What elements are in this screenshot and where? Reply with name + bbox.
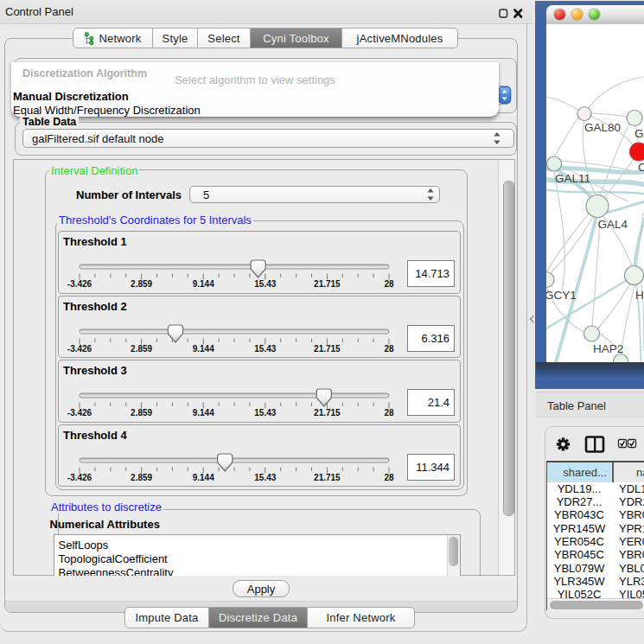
- svg-text:GA: GA: [634, 127, 644, 140]
- svg-text:GAL4: GAL4: [598, 218, 628, 231]
- svg-text:GAL80: GAL80: [584, 121, 621, 134]
- svg-text:HAP2: HAP2: [593, 342, 623, 355]
- svg-text:H: H: [635, 289, 644, 302]
- svg-text:GAL11: GAL11: [555, 172, 590, 185]
- svg-text:C: C: [638, 161, 644, 174]
- svg-text:GCY1: GCY1: [546, 289, 577, 302]
